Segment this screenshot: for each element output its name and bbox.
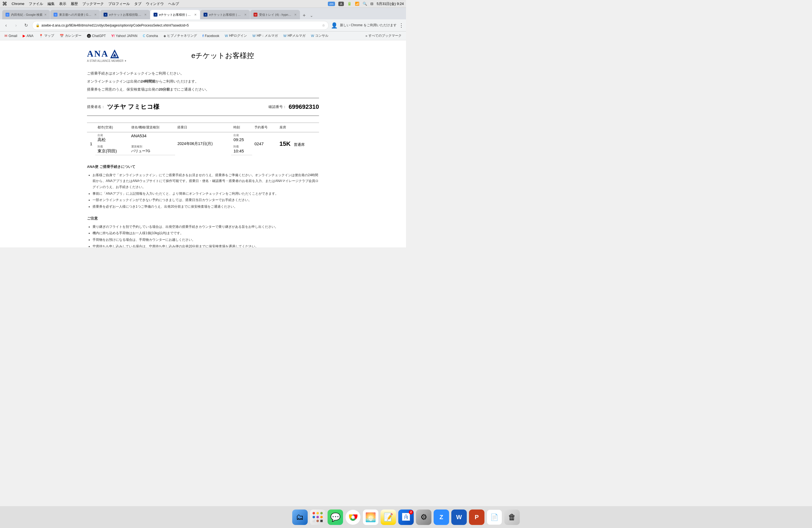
ana-ticket-page: ANA A STAR ALLIANCE MEMBER ✦ eチケットお客様控 [70, 40, 336, 247]
departure-city: 高松 [98, 137, 127, 143]
bookmark-consul[interactable]: W コンサル [309, 33, 331, 39]
menubar: ⌘ Chrome ファイル 編集 表示 履歴 ブックマーク プロフィール タブ … [0, 0, 406, 8]
fare-type: バリュー7G [131, 149, 173, 153]
menu-view[interactable]: 表示 [59, 1, 66, 6]
bookmark-chatgpt[interactable]: ◎ ChatGPT [85, 33, 108, 39]
menu-dots[interactable]: ⋮ [399, 23, 404, 28]
bookmarks-bar: ✉ Gmail ▶ ANA 📍 マップ 📅 カレンダー ◎ ChatGPT Y!… [0, 31, 406, 40]
caution-list: 乗り継ぎのフライトを別で予約している場合は、出発空港の搭乗手続きカウンターで乗り… [87, 224, 319, 247]
search-icon[interactable]: 🔍 [363, 2, 367, 6]
bookmark-hypno[interactable]: ◈ ヒプノチャネリング [161, 33, 199, 39]
arrival-time-cell: 到着 10:45 [231, 144, 252, 155]
departure-time-cell: 出発 09:25 [231, 132, 252, 144]
dep-time-label: 出発 [233, 133, 250, 137]
dep-time: 09:25 [233, 137, 250, 142]
datetime: 5月31日(金) 9:24 [377, 1, 404, 6]
address-bar: ‹ › ↻ 🔒 aswbe-d.ana.co.jp/9Eile48/dms/re… [0, 19, 406, 31]
bookmark-conoha[interactable]: C Conoha [141, 33, 160, 39]
menu-chrome[interactable]: Chrome [12, 2, 24, 6]
control-center-icon[interactable]: ⊟ [371, 2, 373, 6]
th-time: 時刻 [231, 123, 252, 132]
fare-type-label: 運賃種別 [131, 145, 173, 149]
tab-0[interactable]: G 内田有紀 - Google 検索 ✕ [2, 10, 50, 19]
fare-type-cell: 運賃種別 バリュー7G [129, 144, 175, 155]
chrome-update-hint: 新しい Chrome をご利用いただけます [340, 23, 396, 28]
apple-menu[interactable]: ⌘ [2, 1, 7, 7]
confirmation-number: 699692310 [289, 103, 319, 111]
tab-overflow-button[interactable]: ⌄ [308, 12, 315, 19]
service-item-3: 搭乗券を必ずお一人様につき1つご準備のうえ、出発20分前までに保安検査場をご通過… [92, 204, 319, 210]
tab-4[interactable]: A eチケットお客様控 | 国内線 ✕ [200, 10, 250, 19]
menu-help[interactable]: ヘルプ [168, 1, 179, 6]
tab-5[interactable]: M 受信トレイ (4) - hypno.c... ✕ [250, 10, 300, 19]
caution-item-1: 機内に持ち込める手荷物はお一人様1個(10kg以内)までです。 [92, 230, 319, 236]
bookmark-hp-login[interactable]: W HPログイン [222, 33, 249, 39]
new-tab-button[interactable]: + [300, 12, 308, 19]
menu-tab[interactable]: タブ [134, 1, 141, 6]
menu-bookmarks[interactable]: ブックマーク [82, 1, 104, 6]
flight-date: 2024年06月17日(月) [177, 142, 229, 146]
caution-item-2: 手荷物をお預けになる場合は、手荷物カウンターにお越しください。 [92, 237, 319, 243]
bookmark-yahoo[interactable]: Y! Yahoo! JAPAN [109, 33, 140, 39]
departure-label: 出発 [98, 133, 127, 137]
tab-1[interactable]: G 東京都への片道便 | Google... ✕ [50, 10, 100, 19]
back-button[interactable]: ‹ [2, 21, 10, 29]
bookmark-facebook[interactable]: f Facebook [200, 33, 221, 39]
bookmarks-all[interactable]: » すべてのブックマーク [363, 33, 404, 39]
notice-1: ご搭乗手続きはオンラインチェックインをご利用ください。 [87, 71, 319, 76]
ana-service-title: ANA便 ご搭乗手続きについて [87, 163, 319, 170]
flight-row-departure: 1 出発 高松 ANA534 2024年06月17日(月) 出発 [87, 132, 319, 144]
ana-logo: ANA [87, 48, 120, 59]
zoom-indicator: zm [328, 2, 335, 6]
ana-service-list: お客様ご自身で「オンラインチェックイン」にてご搭乗手続きをお済ませのうえ、搭乗券… [87, 172, 319, 210]
url-text: aswbe-d.ana.co.jp/9Eile48/dms/red11n/dyc… [41, 24, 320, 27]
confirmation-label: 確認番号： [269, 104, 286, 109]
page-content: ANA A STAR ALLIANCE MEMBER ✦ eチケットお客様控 [0, 40, 406, 247]
flight-date-cell: 2024年06月17日(月) [175, 132, 231, 155]
bookmark-maps[interactable]: 📍 マップ [37, 33, 56, 39]
passenger-section: 搭乗者名： ツチヤ フミヒコ様 確認番号： 699692310 [87, 98, 319, 116]
flight-row-number: 1 [87, 132, 95, 155]
bookmark-gmail[interactable]: ✉ Gmail [2, 33, 19, 39]
security-icon: 🔒 [35, 24, 40, 27]
notice-section: ご搭乗手続きはオンラインチェックインをご利用ください。 オンラインチェックインは… [87, 71, 319, 92]
th-empty [87, 123, 95, 132]
departure-city-cell: 出発 高松 [95, 132, 129, 144]
reload-button[interactable]: ↻ [22, 21, 30, 29]
caution-section: ご注意 乗り継ぎのフライトを別で予約している場合は、出発空港の搭乗手続きカウンタ… [87, 215, 319, 247]
th-reservation: 予約番号 [252, 123, 277, 132]
seat-class: 普通席 [294, 143, 305, 147]
bookmark-hp-mag[interactable]: W HP：メルマガ [250, 33, 280, 39]
bookmark-calendar[interactable]: 📅 カレンダー [57, 33, 84, 39]
menu-edit[interactable]: 編集 [47, 1, 55, 6]
th-city: 都市(空港) [95, 123, 129, 132]
chrome-window: G 内田有紀 - Google 検索 ✕ G 東京都への片道便 | Google… [0, 8, 406, 247]
seat-cell: 15K 普通席 [277, 132, 319, 155]
flight-table: 都市(空港) 便名/機種/運賃種別 搭乗日 時刻 予約番号 座席 1 出発 高松 [87, 122, 319, 155]
arrival-city-cell: 到着 東京(羽田) [95, 144, 129, 155]
menu-history[interactable]: 履歴 [71, 1, 78, 6]
chrome-profile-icon[interactable]: 👤 [331, 22, 338, 29]
star-icon[interactable]: ☆ [322, 24, 325, 27]
reservation-number: 0247 [255, 142, 275, 146]
bookmark-hp-melumaga[interactable]: W HPメルマガ [281, 33, 308, 39]
passenger-label: 搭乗者名： [87, 104, 105, 109]
battery-icon: 🔋 [347, 2, 352, 6]
forward-button[interactable]: › [12, 21, 20, 29]
seat-number: 15K [279, 140, 291, 147]
tab-2[interactable]: A eチケットお客様控取得 |... ✕ [100, 10, 150, 19]
caution-item-3: 空席待ちも申し込みしている場合は、空席待ち申し込み便の出発20分前までに保安検査… [92, 244, 319, 247]
wifi-icon: 📶 [355, 2, 359, 6]
url-bar[interactable]: 🔒 aswbe-d.ana.co.jp/9Eile48/dms/red11n/d… [32, 21, 329, 30]
menu-profile[interactable]: プロフィール [108, 1, 130, 6]
star-alliance-label: A STAR ALLIANCE MEMBER ✦ [87, 59, 127, 62]
menu-file[interactable]: ファイル [29, 1, 43, 6]
flight-number: ANA534 [131, 133, 173, 138]
menu-window[interactable]: ウィンドウ [146, 1, 164, 6]
keyboard-indicator: A [338, 2, 344, 6]
bookmark-youtube[interactable]: ▶ ANA [20, 33, 35, 39]
tab-3[interactable]: A eチケットお客様控 | 国内線 ✕ [150, 10, 200, 19]
confirmation-section: 確認番号： 699692310 [269, 103, 319, 111]
flight-number-cell: ANA534 [129, 132, 175, 144]
ana-triangle-logo [110, 49, 120, 59]
